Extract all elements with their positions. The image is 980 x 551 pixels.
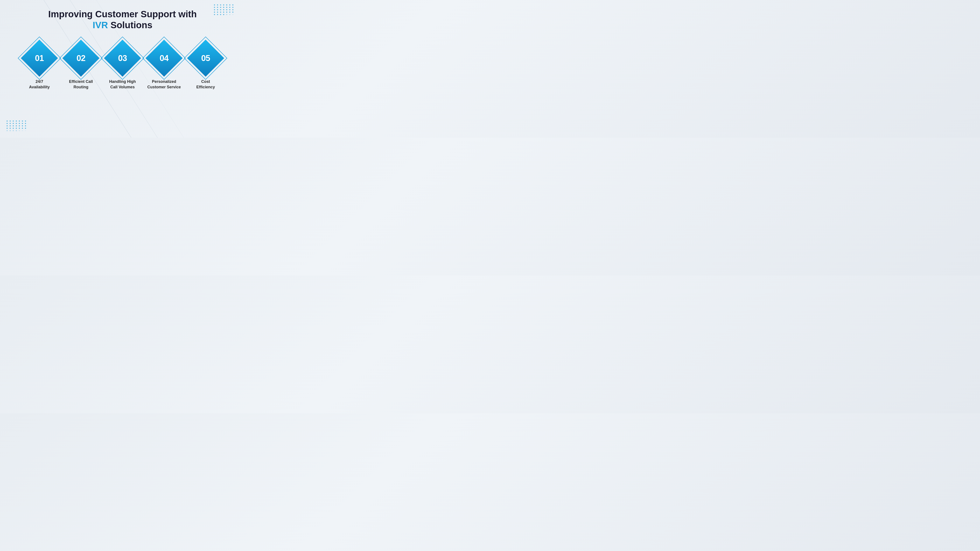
diamond-wrapper-4: 04	[148, 42, 180, 75]
title-section: Improving Customer Support with IVR Solu…	[48, 9, 197, 31]
card-1-number: 01	[35, 53, 44, 63]
card-1: 01 24/7Availability	[21, 42, 58, 90]
card-4: 04 PersonalizedCustomer Service	[145, 42, 183, 90]
card-3-number: 03	[118, 53, 127, 63]
title-line2: IVR Solutions	[48, 20, 197, 30]
diamond-wrapper-1: 01	[23, 42, 56, 75]
title-solutions: Solutions	[108, 20, 153, 30]
card-3-label: Handling HighCall Volumes	[109, 79, 136, 90]
card-5-number: 05	[201, 53, 210, 63]
dots-bottom-left	[6, 121, 27, 131]
title-text-1: Improving Customer Support with	[48, 9, 197, 19]
diamond-wrapper-3: 03	[106, 42, 139, 75]
card-2-label: Efficient CallRouting	[69, 79, 93, 90]
title-ivr: IVR	[92, 20, 108, 30]
card-4-number: 04	[160, 53, 169, 63]
card-2-number: 02	[76, 53, 85, 63]
diamond-wrapper-5: 05	[189, 42, 222, 75]
card-5-label: CostEfficiency	[196, 79, 215, 90]
title-line1: Improving Customer Support with	[48, 9, 197, 20]
page-container: Improving Customer Support with IVR Solu…	[0, 0, 245, 138]
dots-top-right	[214, 5, 234, 15]
diamond-wrapper-2: 02	[65, 42, 97, 75]
card-3: 03 Handling HighCall Volumes	[104, 42, 141, 90]
cards-container: 01 24/7Availability 02 Efficient CallRou…	[21, 42, 224, 90]
card-5: 05 CostEfficiency	[187, 42, 224, 90]
card-4-label: PersonalizedCustomer Service	[147, 79, 181, 90]
card-1-label: 24/7Availability	[29, 79, 50, 90]
card-2: 02 Efficient CallRouting	[62, 42, 100, 90]
